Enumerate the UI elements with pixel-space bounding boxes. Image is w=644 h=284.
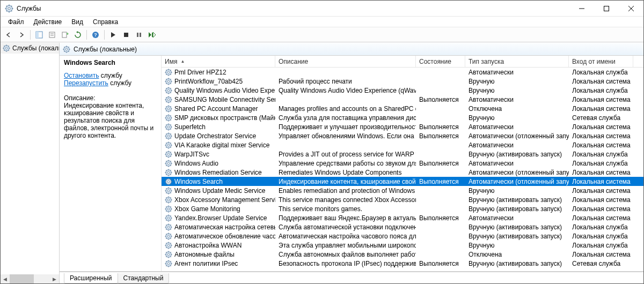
gear-icon [3, 44, 10, 52]
menu-help[interactable]: Справка [89, 17, 122, 27]
export-button[interactable] [59, 29, 71, 41]
restart-service-link[interactable]: Перезапустить [64, 79, 108, 87]
toolbar: ? [1, 27, 643, 42]
column-header-description[interactable]: Описание [275, 56, 416, 67]
service-startup: Автоматически (отложенный запуск) [465, 169, 569, 176]
table-row[interactable]: Xbox Accessory Management ServiceThis se… [162, 195, 643, 204]
table-row[interactable]: SAMSUNG Mobile Connectivity ServiceВыпол… [162, 95, 643, 104]
column-header-startup[interactable]: Тип запуска [465, 56, 569, 67]
services-grid: Имя▲ Описание Состояние Тип запуска Вход… [162, 56, 643, 271]
service-logon: Локальная система [569, 96, 633, 103]
refresh-button[interactable] [72, 29, 84, 41]
svg-text:?: ? [94, 32, 97, 38]
gear-icon [165, 105, 172, 113]
tree-horizontal-scrollbar[interactable]: ◀ ▶ [1, 274, 59, 283]
scroll-left-button[interactable]: ◀ [1, 274, 10, 283]
minimize-button[interactable] [569, 1, 594, 17]
menu-file[interactable]: Файл [4, 17, 28, 27]
table-row[interactable]: WarpJITSvcProvides a JIT out of process … [162, 150, 643, 159]
window-title: Службы [17, 5, 569, 12]
service-logon: Локальная система [569, 141, 633, 149]
service-name: Windows Remediation Service [174, 169, 262, 176]
table-row[interactable]: Windows Update Medic ServiceEnables reme… [162, 186, 643, 195]
restart-suffix: службу [108, 79, 131, 87]
service-logon: Локальная служба [569, 160, 633, 167]
forward-button[interactable] [16, 29, 27, 41]
svg-rect-15 [36, 32, 39, 38]
service-state: Выполняется [416, 160, 465, 167]
table-row[interactable]: Pml Driver HPZ12АвтоматическиЛокальная с… [162, 68, 643, 77]
right-pane: Службы (локальные) Windows Search Остано… [60, 43, 643, 283]
table-row[interactable]: Shared PC Account ManagerManages profile… [162, 104, 643, 113]
table-row[interactable]: Автоматическая настройка сетевых у...Слу… [162, 222, 643, 231]
services-window: Службы Файл Действие Вид Справка ? Служ [0, 0, 644, 284]
service-logon: Локальная служба [569, 69, 633, 76]
gear-icon [165, 178, 172, 185]
service-state: Выполняется [416, 123, 465, 131]
toolbar-separator [30, 30, 31, 40]
service-startup: Вручную (активировать запуск) [465, 223, 569, 231]
show-hide-tree-button[interactable] [33, 29, 45, 41]
table-row[interactable]: Xbox Game MonitoringThis service monitor… [162, 204, 643, 213]
gear-icon [63, 46, 70, 53]
properties-button[interactable] [46, 29, 58, 41]
service-description: Provides a JIT out of process service fo… [275, 151, 416, 158]
detail-heading: Windows Search [64, 59, 157, 66]
table-row[interactable]: SuperfetchПоддерживает и улучшает произв… [162, 122, 643, 131]
table-row[interactable]: Windows Remediation ServiceRemediates Wi… [162, 168, 643, 177]
gear-icon [165, 233, 172, 240]
service-logon: Локальная система [569, 251, 633, 258]
column-header-logon[interactable]: Вход от имени [569, 56, 633, 67]
maximize-button[interactable] [594, 1, 619, 17]
scroll-thumb[interactable] [10, 274, 34, 283]
tree-pane: Службы (локальные) ◀ ▶ [1, 43, 60, 283]
restart-service-button[interactable] [146, 29, 158, 41]
service-description: Enables remediation and protection of Wi… [275, 187, 416, 195]
table-row[interactable]: Автономные файлыСлужба автономных файлов… [162, 250, 643, 259]
table-row[interactable]: Update Orchestrator ServiceУправляет обн… [162, 131, 643, 140]
service-logon: Локальная система [569, 132, 633, 140]
tab-standard[interactable]: Стандартный [118, 273, 170, 283]
pause-service-button[interactable] [133, 29, 145, 41]
service-description: Безопасность протокола IP (IPsec) поддер… [275, 260, 416, 267]
table-row[interactable]: Автонастройка WWANЭта служба управляет м… [162, 241, 643, 250]
svg-rect-19 [62, 32, 67, 38]
column-header-name[interactable]: Имя▲ [162, 56, 275, 67]
stop-service-link[interactable]: Остановить [64, 72, 99, 79]
stop-service-button[interactable] [120, 29, 132, 41]
close-button[interactable] [619, 1, 643, 17]
scroll-track[interactable] [10, 274, 50, 283]
back-button[interactable] [3, 29, 14, 41]
gear-icon [165, 242, 172, 249]
toolbar-separator [86, 30, 87, 40]
scroll-right-button[interactable]: ▶ [50, 274, 59, 283]
menubar: Файл Действие Вид Справка [1, 17, 643, 27]
help-button[interactable]: ? [90, 29, 101, 41]
svg-rect-11 [604, 6, 609, 11]
service-name: Quality Windows Audio Video Experience [174, 87, 275, 94]
tab-extended[interactable]: Расширенный [64, 273, 118, 283]
table-row[interactable]: Автоматическое обновление часовог...Авто… [162, 231, 643, 241]
table-row[interactable]: SMP дисковых пространств (Майкрос...Служ… [162, 113, 643, 122]
tree-root-services[interactable]: Службы (локальные) [1, 43, 59, 54]
service-name: Автономные файлы [174, 251, 235, 258]
service-name: Windows Update Medic Service [174, 187, 265, 195]
column-header-state[interactable]: Состояние [416, 56, 465, 67]
service-name: Автоматическое обновление часовог... [174, 233, 275, 240]
service-startup: Вручную (активировать запуск) [465, 233, 569, 240]
menu-view[interactable]: Вид [67, 17, 87, 27]
detail-panel: Windows Search Остановить службу Перезап… [60, 56, 162, 271]
menu-action[interactable]: Действие [30, 17, 67, 27]
table-row[interactable]: Quality Windows Audio Video ExperienceQu… [162, 86, 643, 95]
service-description: Поддерживает ваш Яндекс.Браузер в актуал… [275, 214, 416, 222]
start-service-button[interactable] [107, 29, 119, 41]
titlebar: Службы [1, 1, 643, 17]
service-logon: Локальная система [569, 178, 633, 185]
grid-body[interactable]: Pml Driver HPZ12АвтоматическиЛокальная с… [162, 68, 643, 271]
table-row[interactable]: Windows AudioУправление средствами работ… [162, 159, 643, 168]
table-row[interactable]: Yandex.Browser Update ServiceПоддерживае… [162, 213, 643, 222]
table-row[interactable]: Windows SearchИндексирование контента, к… [162, 177, 643, 186]
table-row[interactable]: VIA Karaoke digital mixer ServiceАвтомат… [162, 140, 643, 150]
table-row[interactable]: PrintWorkflow_70ab425Рабочий процесс печ… [162, 77, 643, 86]
table-row[interactable]: Агент политики IPsecБезопасность протоко… [162, 259, 643, 268]
